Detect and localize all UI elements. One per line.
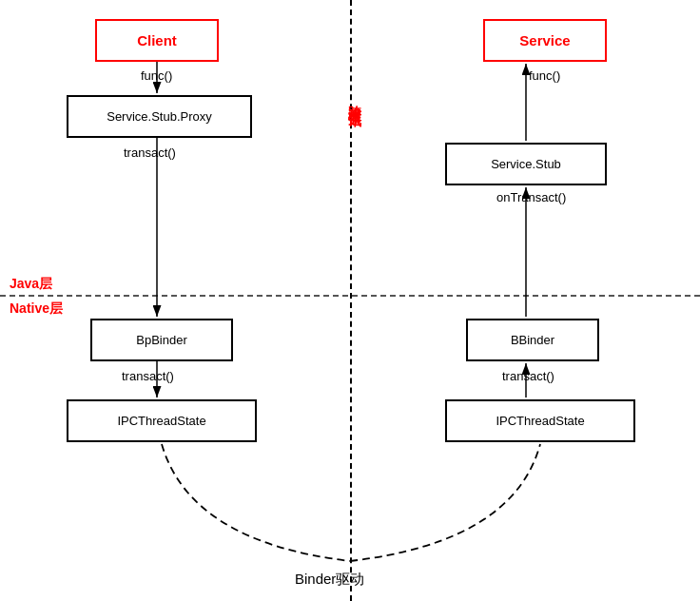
client-box: Client	[95, 19, 219, 62]
java-layer-label: Java层	[10, 276, 52, 293]
transact-label-left2: transact()	[122, 369, 174, 383]
transact-label-left1: transact()	[124, 145, 176, 160]
bbinder-box: BBinder	[466, 319, 599, 361]
java-native-divider	[0, 295, 700, 297]
diagram-container: 跨进程通讯 Java层 Native层 Client func() Servic…	[0, 0, 700, 601]
transact-label-right: transact()	[502, 369, 554, 383]
stub-proxy-box: Service.Stub.Proxy	[67, 95, 252, 138]
ipc-right-box: IPCThreadState	[445, 399, 635, 442]
bpbinder-box: BpBinder	[90, 319, 233, 361]
ontransact-label: onTransact()	[496, 190, 566, 204]
ipc-left-box: IPCThreadState	[67, 399, 257, 442]
func-label-left: func()	[141, 68, 172, 83]
stub-box: Service.Stub	[445, 143, 607, 185]
binder-label: Binder驱动	[295, 571, 364, 589]
cross-process-label: 跨进程通讯	[340, 95, 363, 105]
service-box: Service	[483, 19, 607, 62]
func-label-right: func()	[529, 68, 560, 83]
native-layer-label: Native层	[10, 300, 63, 318]
center-divider	[350, 0, 352, 601]
